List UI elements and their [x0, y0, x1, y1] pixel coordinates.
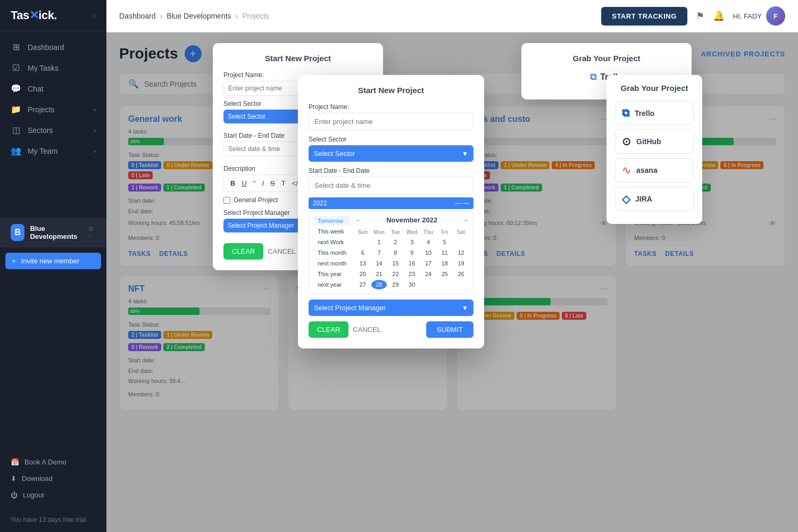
cal-day[interactable]: 30 — [404, 280, 420, 289]
general-project-checkbox[interactable] — [223, 197, 230, 204]
cal-header-thu: Thu — [421, 228, 436, 236]
bell-icon[interactable]: 🔔 — [713, 10, 725, 22]
cal-day[interactable]: 18 — [437, 259, 452, 268]
cancel-button[interactable]: CANCEL — [353, 321, 381, 338]
blockquote-btn[interactable]: " — [251, 178, 258, 188]
cal-header-tue: Tue — [388, 228, 403, 236]
shortcut-this-year[interactable]: This year — [313, 269, 351, 279]
cal-header-sun: Sun — [355, 228, 370, 236]
cal-day[interactable]: 12 — [453, 248, 469, 257]
cal-day[interactable]: 6 — [355, 248, 370, 257]
manager-select[interactable]: Select Project Manager — [309, 300, 473, 316]
shortcut-tomorrow[interactable]: Tomorrow — [313, 216, 351, 226]
cal-day[interactable]: 17 — [421, 259, 436, 268]
cal-day[interactable]: 25 — [437, 269, 452, 279]
jira-label: JIRA — [635, 195, 652, 203]
sidebar-item-label: Dashboard — [28, 43, 64, 52]
shortcut-next-work[interactable]: next Work — [313, 237, 351, 247]
underline-btn[interactable]: U — [239, 178, 248, 188]
bold-btn[interactable]: B — [228, 178, 237, 188]
cal-day[interactable]: 5 — [437, 237, 452, 247]
sidebar-item-my-team[interactable]: 👥 My Team › — [0, 140, 106, 161]
type-btn[interactable]: T — [279, 178, 288, 188]
sidebar: Tas✕ick. ‹ ⊞ Dashboard ☑ My Tasks 💬 Chat… — [0, 0, 106, 532]
cal-day[interactable]: 13 — [355, 259, 370, 268]
cal-day[interactable]: 8 — [388, 248, 403, 257]
shortcut-this-month[interactable]: This month — [313, 248, 351, 257]
start-tracking-button[interactable]: START TRACKING — [601, 7, 687, 26]
jira-icon: ◇ — [622, 193, 630, 205]
cal-day[interactable]: 7 — [371, 248, 387, 257]
sector-select[interactable]: Select Sector — [309, 145, 473, 162]
github-label: GitHub — [636, 137, 661, 146]
cal-day[interactable]: 27 — [355, 280, 370, 289]
shortcut-this-week[interactable]: This week — [313, 227, 351, 236]
cal-day[interactable]: 24 — [421, 269, 436, 279]
workspace-selector[interactable]: B Blue Developments ⚙ › — [0, 218, 106, 247]
modal-grab-project-front: Grab Your Project ⧉ Trello ⊙ GitHub ∿ as… — [606, 75, 702, 224]
cal-day[interactable]: 22 — [388, 269, 403, 279]
cal-day[interactable]: 15 — [388, 259, 403, 268]
collapse-sidebar-icon[interactable]: ‹ — [93, 11, 96, 20]
project-name-input[interactable] — [309, 113, 473, 130]
cal-day[interactable]: 11 — [437, 248, 452, 257]
sidebar-item-invite[interactable]: + Invite new member — [5, 253, 101, 269]
grab-jira-item[interactable]: ◇ JIRA — [615, 187, 694, 211]
italic-btn[interactable]: I — [260, 178, 266, 188]
sidebar-bottom-nav: 📅 Book A Demo ⬇ Download ⏻ Logout — [0, 450, 106, 508]
sidebar-item-my-tasks[interactable]: ☑ My Tasks — [0, 57, 106, 78]
cal-month-year: November 2022 — [386, 216, 437, 224]
cal-day[interactable]: 2 — [388, 237, 403, 247]
grab-asana-item[interactable]: ∿ asana — [615, 158, 694, 182]
top-header: Dashboard › Blue Developments › Projects… — [106, 0, 798, 32]
user-menu[interactable]: HI, FADY F — [733, 6, 785, 26]
sidebar-nav: ⊞ Dashboard ☑ My Tasks 💬 Chat 📁 Projects… — [0, 31, 106, 218]
main-content: Dashboard › Blue Developments › Projects… — [106, 0, 798, 532]
calendar-year-bar: 2022 — — — [309, 197, 473, 209]
cal-day[interactable]: 9 — [404, 248, 420, 257]
trial-text: You have 13 days free trial — [0, 508, 106, 532]
cal-day[interactable]: 10 — [421, 248, 436, 257]
grab-github-item[interactable]: ⊙ GitHub — [615, 129, 694, 154]
cal-day[interactable]: 1 — [371, 237, 387, 247]
clear-button[interactable]: CLEAR — [309, 321, 348, 338]
shortcut-next-year[interactable]: next year — [313, 280, 351, 289]
sidebar-item-logout[interactable]: ⏻ Logout — [0, 487, 106, 503]
breadcrumb-blue-devs[interactable]: Blue Developments — [167, 12, 231, 20]
grab-trello-item[interactable]: ⧉ Trello — [615, 101, 694, 125]
cal-day[interactable]: 23 — [404, 269, 420, 279]
cal-next-btn[interactable]: → — [462, 217, 469, 224]
strikethrough-btn[interactable]: S — [268, 178, 277, 188]
cal-day[interactable]: 3 — [404, 237, 420, 247]
sidebar-item-download[interactable]: ⬇ Download — [0, 470, 106, 487]
sidebar-item-book-demo[interactable]: 📅 Book A Demo — [0, 454, 106, 470]
submit-button[interactable]: SUBMIT — [426, 321, 473, 338]
calendar-shortcuts: Tomorrow This week next Work This month … — [313, 216, 351, 289]
date-input[interactable] — [309, 177, 473, 194]
breadcrumb-sep-2: › — [236, 12, 238, 20]
cal-day[interactable]: 26 — [453, 269, 469, 279]
cal-day[interactable]: 29 — [388, 280, 403, 289]
download-label: Download — [22, 475, 53, 483]
cal-day-selected[interactable]: 28 — [371, 280, 387, 289]
cal-day[interactable]: 4 — [421, 237, 436, 247]
cal-prev-btn[interactable]: ← — [355, 217, 361, 224]
workspace-settings-icon[interactable]: ⚙ › — [88, 226, 96, 239]
cal-day — [453, 237, 469, 247]
sidebar-item-sectors[interactable]: ◫ Sectors › — [0, 120, 106, 140]
sidebar-item-projects[interactable]: 📁 Projects › — [0, 99, 106, 120]
flag-icon[interactable]: ⚑ — [696, 10, 704, 22]
dashboard-icon: ⊞ — [11, 42, 21, 52]
clear-button[interactable]: CLEAR — [223, 243, 263, 260]
sidebar-item-dashboard[interactable]: ⊞ Dashboard — [0, 37, 106, 57]
shortcut-next-month[interactable]: next month — [313, 259, 351, 268]
cal-day[interactable]: 21 — [371, 269, 387, 279]
cal-day[interactable]: 19 — [453, 259, 469, 268]
cancel-button[interactable]: CANCEL — [268, 243, 296, 260]
cal-day[interactable]: 14 — [371, 259, 387, 268]
breadcrumb-dashboard[interactable]: Dashboard — [119, 12, 156, 20]
cal-day[interactable]: 20 — [355, 269, 370, 279]
book-demo-icon: 📅 — [11, 458, 19, 466]
cal-day[interactable]: 16 — [404, 259, 420, 268]
sidebar-item-chat[interactable]: 💬 Chat — [0, 78, 106, 99]
